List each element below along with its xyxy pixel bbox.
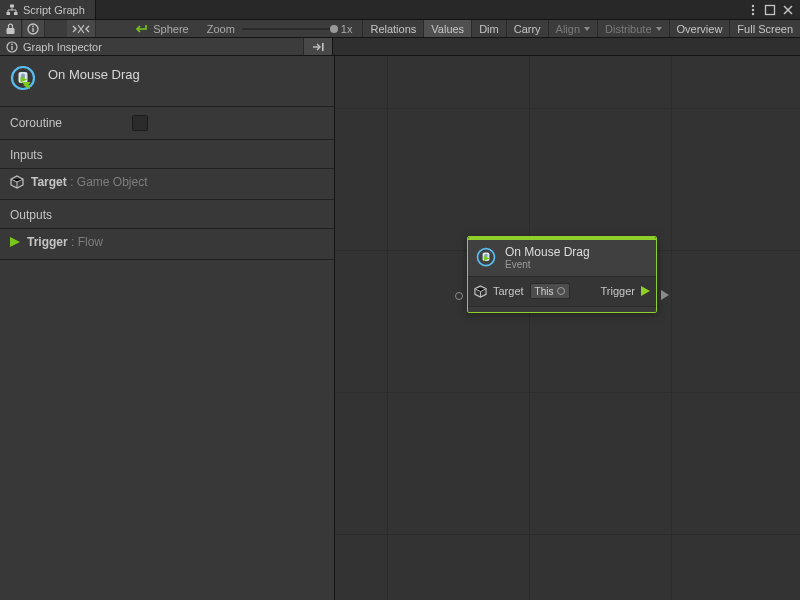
- output-port-name: Trigger: [27, 235, 68, 249]
- breadcrumb-object-label: Sphere: [153, 23, 188, 35]
- gameobject-icon: [474, 285, 487, 298]
- svg-rect-6: [766, 5, 775, 14]
- collapse-right-icon: [311, 42, 325, 52]
- btn-distribute[interactable]: Distribute: [597, 20, 668, 37]
- zoom-value: 1x: [341, 23, 353, 35]
- maximize-icon[interactable]: [764, 4, 776, 16]
- btn-fullscreen[interactable]: Full Screen: [729, 20, 800, 37]
- kebab-icon[interactable]: [748, 4, 758, 16]
- lock-button[interactable]: [0, 20, 22, 37]
- node-target-label: Target: [493, 285, 524, 297]
- btn-align[interactable]: Align: [548, 20, 597, 37]
- svg-rect-2: [14, 12, 18, 15]
- zoom-slider-handle[interactable]: [330, 25, 338, 33]
- output-port-type: Flow: [78, 235, 103, 249]
- zoom-label: Zoom: [207, 23, 235, 35]
- variables-button[interactable]: [67, 20, 97, 37]
- prop-coroutine: Coroutine: [0, 107, 334, 140]
- output-port-trigger: Trigger : Flow: [0, 229, 334, 260]
- node-output-port[interactable]: [661, 290, 671, 300]
- inspected-node-title: On Mouse Drag: [48, 67, 140, 82]
- titlebar: Script Graph: [0, 0, 800, 20]
- btn-overview[interactable]: Overview: [669, 20, 730, 37]
- event-node-icon: [10, 66, 36, 92]
- section-inputs: Inputs: [0, 140, 334, 169]
- collapse-inspector-button[interactable]: [303, 38, 333, 55]
- svg-rect-0: [10, 4, 14, 7]
- btn-dim[interactable]: Dim: [471, 20, 506, 37]
- variables-icon: [72, 23, 90, 35]
- flow-arrow-icon: [641, 286, 650, 296]
- svg-point-3: [752, 4, 754, 6]
- event-node-icon: [475, 247, 497, 269]
- flow-arrow-icon: [10, 237, 20, 247]
- btn-relations[interactable]: Relations: [362, 20, 423, 37]
- graph-inspector-panel: On Mouse Drag Coroutine Inputs Target : …: [0, 56, 335, 600]
- svg-point-4: [752, 8, 754, 10]
- chevron-down-icon: [584, 27, 590, 31]
- svg-rect-9: [33, 28, 34, 32]
- node-header[interactable]: On Mouse Drag Event: [468, 240, 656, 277]
- gameobject-icon: [10, 175, 24, 189]
- btn-values[interactable]: Values: [423, 20, 471, 37]
- svg-point-13: [11, 43, 13, 45]
- svg-rect-7: [6, 28, 14, 34]
- graph-canvas[interactable]: On Mouse Drag Event Target This Trigger: [335, 56, 800, 600]
- hierarchy-icon: [6, 4, 18, 16]
- input-port-type: Game Object: [77, 175, 148, 189]
- svg-rect-1: [7, 12, 11, 15]
- svg-rect-12: [11, 46, 12, 50]
- info-button[interactable]: [23, 20, 45, 37]
- close-icon[interactable]: [782, 4, 794, 16]
- node-target-value[interactable]: This: [530, 283, 571, 299]
- node-on-mouse-drag[interactable]: On Mouse Drag Event Target This Trigger: [467, 236, 657, 313]
- prop-coroutine-label: Coroutine: [10, 116, 122, 130]
- section-outputs: Outputs: [0, 200, 334, 229]
- lock-icon: [5, 23, 16, 35]
- zoom-slider[interactable]: [242, 28, 334, 30]
- graph-inspector-header: Graph Inspector: [0, 38, 800, 56]
- chevron-down-icon: [656, 27, 662, 31]
- input-port-target: Target : Game Object: [0, 169, 334, 200]
- info-icon: [27, 23, 39, 35]
- svg-rect-14: [322, 43, 324, 51]
- btn-carry[interactable]: Carry: [506, 20, 548, 37]
- node-subtitle: Event: [505, 260, 590, 271]
- svg-point-10: [32, 25, 34, 27]
- zoom-control: Zoom 1x: [199, 23, 361, 35]
- panel-tab-label: Script Graph: [23, 4, 85, 16]
- panel-tab-scriptgraph[interactable]: Script Graph: [0, 0, 96, 19]
- toolbar-right: Relations Values Dim Carry Align Distrib…: [362, 20, 800, 37]
- return-arrow-icon: [134, 23, 148, 35]
- svg-point-5: [752, 12, 754, 14]
- object-picker-icon: [557, 287, 565, 295]
- info-icon: [6, 41, 18, 53]
- input-port-name: Target: [31, 175, 67, 189]
- graph-inspector-label: Graph Inspector: [23, 41, 102, 53]
- node-trigger-label: Trigger: [601, 285, 635, 297]
- node-title: On Mouse Drag: [505, 246, 590, 259]
- prop-coroutine-checkbox[interactable]: [132, 115, 148, 131]
- node-input-port[interactable]: [455, 292, 465, 302]
- inspected-node-header: On Mouse Drag: [0, 56, 334, 107]
- breadcrumb-object[interactable]: Sphere: [128, 20, 197, 37]
- toolbar: Sphere Zoom 1x Relations Values Dim Carr…: [0, 20, 800, 38]
